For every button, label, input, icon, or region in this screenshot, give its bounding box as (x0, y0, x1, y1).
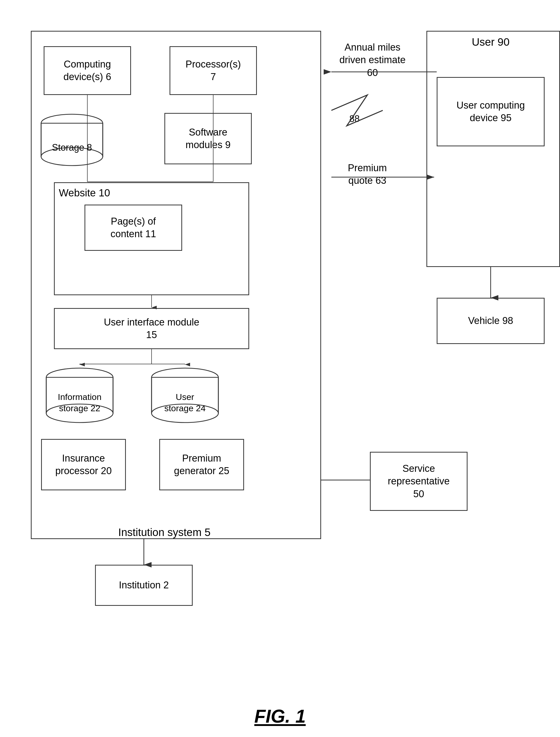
ui-module-box: User interface module 15 (54, 308, 249, 349)
insurance-processor-box: Insurance processor 20 (41, 439, 126, 490)
user-computing-device-box: User computing device 95 (437, 77, 545, 146)
user-computing-device-label: User computing device 95 (456, 99, 525, 125)
website-box: Website 10 Page(s) of content 11 (54, 182, 249, 295)
user-outer-box (426, 31, 560, 267)
info-storage-label: Information storage 22 (58, 392, 101, 413)
lightning-label: 88 (349, 113, 360, 125)
storage-cylinder: Storage 8 (39, 110, 105, 167)
premium-generator-box: Premium generator 25 (159, 439, 244, 490)
annual-miles-label: Annual miles driven estimate 60 (331, 41, 414, 79)
info-storage-cylinder: Information storage 22 (44, 365, 116, 423)
ui-module-label: User interface module 15 (104, 316, 199, 342)
software-modules-box: Software modules 9 (164, 113, 252, 164)
premium-generator-label: Premium generator 25 (174, 452, 229, 477)
user-label: User 90 (439, 36, 542, 48)
software-modules-label: Software modules 9 (185, 126, 230, 152)
premium-quote-label: Premium quote 63 (331, 162, 403, 187)
service-representative-label: Service representative 50 (388, 462, 450, 500)
institution-box: Institution 2 (95, 565, 193, 606)
institution-label: Institution 2 (119, 579, 169, 591)
service-representative-box: Service representative 50 (370, 452, 468, 511)
processors-box: Processor(s) 7 (170, 46, 257, 95)
vehicle-label: Vehicle 98 (468, 315, 513, 327)
user-storage-cylinder: User storage 24 (149, 365, 221, 423)
website-label: Website 10 (59, 186, 110, 200)
pages-content-label: Page(s) of content 11 (110, 215, 156, 241)
processors-label: Processor(s) 7 (185, 58, 241, 83)
storage-label: Storage 8 (52, 142, 92, 153)
computing-device-label: Computing device(s) 6 (63, 58, 111, 83)
institution-system-label: Institution system 5 (62, 526, 267, 538)
vehicle-box: Vehicle 98 (437, 298, 545, 344)
computing-device-box: Computing device(s) 6 (44, 46, 131, 95)
insurance-processor-label: Insurance processor 20 (55, 452, 112, 477)
pages-content-box: Page(s) of content 11 (85, 205, 182, 251)
fig-label: FIG. 1 (254, 706, 306, 727)
user-storage-label: User storage 24 (164, 392, 206, 413)
